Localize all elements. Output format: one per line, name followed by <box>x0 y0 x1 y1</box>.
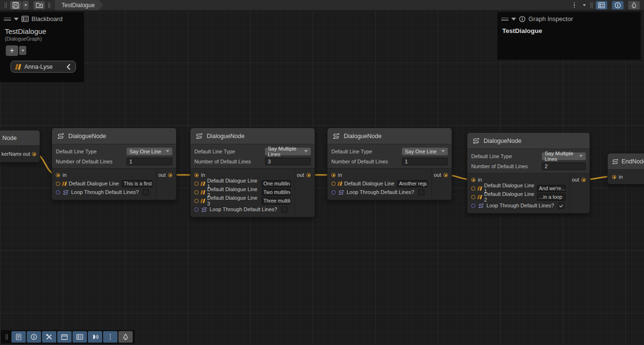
line-port-icon[interactable] <box>471 195 475 199</box>
node-title[interactable]: DialogueNode <box>327 128 452 144</box>
line-type-label: Default Line Type <box>331 149 402 154</box>
save-button[interactable] <box>10 1 21 10</box>
dialogue-line-input[interactable]: And we're... <box>537 185 566 192</box>
in-port-icon[interactable] <box>471 178 475 182</box>
line-port-icon[interactable] <box>194 182 199 186</box>
line-type-dropdown[interactable]: Say One Line <box>127 148 172 155</box>
quote-icon <box>478 195 482 199</box>
in-port-icon[interactable] <box>56 173 60 177</box>
add-variable-options-button[interactable] <box>19 46 26 55</box>
loop-port-icon[interactable] <box>56 190 60 194</box>
out-port-icon[interactable] <box>443 173 448 177</box>
in-port-icon[interactable] <box>612 175 616 179</box>
start-node[interactable]: Node kerName out <box>0 130 40 162</box>
toolbar-drag-handle[interactable] <box>48 2 50 8</box>
blackboard-variable-anna-lyse[interactable]: Anna-Lyse <box>11 61 76 73</box>
loop-icon <box>201 207 207 212</box>
loop-checkbox[interactable] <box>281 206 287 213</box>
window-icon <box>61 334 68 340</box>
dialogue-line-input[interactable]: Two multiline <box>262 189 291 196</box>
more-button[interactable] <box>103 331 117 343</box>
line-count-input[interactable]: 2 <box>542 162 586 170</box>
graph-inspector-header[interactable]: Graph Inspector <box>497 12 641 24</box>
toolbar-drag-handle[interactable] <box>5 2 7 8</box>
loop-port-icon[interactable] <box>331 190 336 194</box>
save-options-button[interactable] <box>22 1 29 10</box>
blackboard-graph-title: TestDialogue <box>0 24 84 35</box>
loop-port-icon[interactable] <box>194 207 199 212</box>
line-type-dropdown[interactable]: Say One Line <box>402 148 448 155</box>
out-port-icon[interactable] <box>581 178 586 182</box>
blackboard-header[interactable]: Blackboard <box>0 12 84 24</box>
out-port-icon[interactable] <box>168 173 172 177</box>
dialogue-line-input[interactable]: Another regu <box>397 180 428 187</box>
drag-handle-icon[interactable] <box>4 18 11 21</box>
console-button[interactable] <box>11 331 26 343</box>
line-port-icon[interactable] <box>194 199 199 203</box>
chevron-down-icon <box>583 4 586 6</box>
line-port-icon[interactable] <box>471 186 475 191</box>
line-type-dropdown[interactable]: Say Multiple Lines <box>542 152 586 160</box>
tab-testdialogue[interactable]: TestDialogue <box>55 0 103 11</box>
loop-icon <box>63 190 69 195</box>
chevron-left-icon[interactable] <box>66 64 71 70</box>
end-node[interactable]: EndNode in <box>607 153 644 184</box>
start-node-speaker-field[interactable]: kerName <box>0 146 21 162</box>
loop-icon <box>478 203 484 208</box>
toolbar-drag-handle[interactable] <box>591 2 592 8</box>
dialogue-line-input[interactable]: Three multili <box>262 197 291 205</box>
in-port-icon[interactable] <box>194 173 199 177</box>
dialogue-node-1[interactable]: DialogueNode Default Line Type Say One L… <box>52 128 177 200</box>
dialogue-button[interactable] <box>88 331 102 343</box>
line-count-label: Number of Default Lines <box>56 159 127 164</box>
line-port-icon[interactable] <box>331 182 336 186</box>
window-button[interactable] <box>57 331 72 343</box>
dialogue-node-3[interactable]: DialogueNode Default Line Type Say One L… <box>327 128 452 200</box>
out-port-icon[interactable] <box>306 173 311 177</box>
dialogue-line-input[interactable]: One multiline <box>262 180 291 187</box>
toolbar-drag-handle[interactable] <box>6 334 8 340</box>
dialogue-line-input[interactable]: This is a first <box>122 180 152 187</box>
overflow-menu-button[interactable] <box>569 1 580 10</box>
line-count-input[interactable]: 1 <box>127 158 172 165</box>
drag-handle-icon[interactable] <box>501 18 508 21</box>
quote-icon <box>16 64 21 70</box>
overflow-menu-caret[interactable] <box>581 1 587 10</box>
toggle-blackboard-button[interactable] <box>596 1 607 10</box>
bottom-toolbar <box>1 330 135 344</box>
line-port-icon[interactable] <box>56 182 60 186</box>
dialogue-node-2[interactable]: DialogueNode Default Line Type Say Multi… <box>190 128 315 217</box>
line-type-dropdown[interactable]: Say Multiple Lines <box>265 148 311 155</box>
quote-icon <box>201 182 205 186</box>
start-node-title: Node <box>0 130 40 146</box>
info-icon <box>519 16 526 22</box>
flame-button[interactable] <box>118 331 133 343</box>
dialogue-node-4[interactable]: DialogueNode Default Line Type Say Multi… <box>467 132 590 214</box>
speech-icon <box>92 334 99 340</box>
line-count-input[interactable]: 3 <box>265 158 311 165</box>
out-port-icon[interactable] <box>32 152 36 156</box>
loop-checkbox[interactable] <box>143 189 149 195</box>
loop-port-icon[interactable] <box>471 204 475 208</box>
line-count-label: Number of Default Lines <box>471 163 542 169</box>
line-count-input[interactable]: 1 <box>402 158 448 165</box>
node-title[interactable]: DialogueNode <box>467 133 590 149</box>
line-port-icon[interactable] <box>194 190 199 194</box>
toggle-inspector-button[interactable] <box>612 1 623 10</box>
tools-button[interactable] <box>42 331 56 343</box>
add-variable-button[interactable]: + <box>6 45 18 56</box>
open-asset-button[interactable] <box>33 1 45 10</box>
blackboard-button[interactable] <box>73 331 87 343</box>
foldout-triangle-icon[interactable] <box>511 18 516 21</box>
dialogue-flow-icon <box>195 133 203 139</box>
loop-checkbox[interactable] <box>558 203 564 209</box>
inspector-button[interactable] <box>27 331 41 343</box>
in-port-icon[interactable] <box>331 173 336 177</box>
toggle-flame-button[interactable] <box>628 1 640 10</box>
start-node-out-port[interactable]: out <box>21 146 40 162</box>
dialogue-line-input[interactable]: ...in a loop <box>537 194 566 201</box>
node-title[interactable]: DialogueNode <box>52 128 176 144</box>
node-title[interactable]: DialogueNode <box>190 128 315 144</box>
loop-checkbox[interactable] <box>418 189 424 195</box>
foldout-triangle-icon[interactable] <box>14 18 19 21</box>
